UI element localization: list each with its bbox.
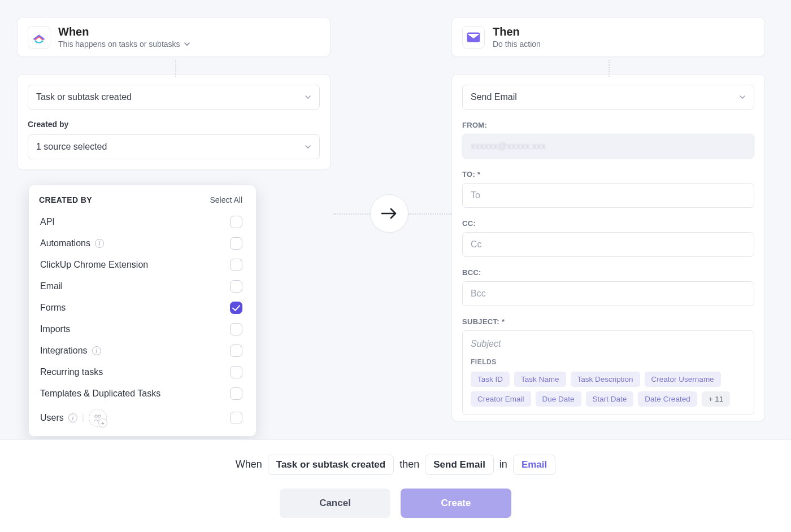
field-chip[interactable]: Due Date — [536, 391, 581, 407]
bcc-input[interactable]: Bcc — [462, 281, 754, 306]
summary-in: in — [499, 459, 507, 470]
when-subtitle-row[interactable]: This happens on tasks or subtasks — [58, 40, 190, 49]
arrow-circle — [370, 194, 408, 233]
then-title: Then — [493, 25, 541, 38]
when-subtitle: This happens on tasks or subtasks — [58, 40, 180, 49]
summary-location-token[interactable]: Email — [513, 455, 555, 475]
when-config-card: Task or subtask created Created by 1 sou… — [17, 74, 331, 170]
svg-point-2 — [95, 415, 97, 417]
subject-box[interactable]: Subject FIELDS Task IDTask NameTask Desc… — [462, 330, 754, 415]
chevron-down-icon — [739, 94, 746, 101]
created-by-option[interactable]: Forms — [39, 297, 253, 319]
option-checkbox[interactable] — [230, 345, 242, 357]
created-by-option[interactable]: API — [39, 211, 253, 233]
option-label: API — [40, 217, 55, 227]
summary-then: then — [399, 459, 419, 470]
add-users-icon[interactable] — [89, 409, 107, 427]
option-checkbox[interactable] — [230, 412, 242, 424]
field-chip[interactable]: Task ID — [471, 372, 510, 387]
select-all-button[interactable]: Select All — [210, 195, 242, 204]
created-by-option[interactable]: Automationsi — [39, 233, 253, 254]
field-chip[interactable]: Task Name — [514, 372, 566, 387]
field-chip[interactable]: Task Description — [571, 372, 640, 387]
cc-label: CC: — [462, 219, 754, 228]
field-chip[interactable]: Start Date — [586, 391, 634, 407]
to-label: TO: * — [462, 170, 754, 178]
created-by-option[interactable]: Integrationsi — [39, 340, 253, 361]
from-input[interactable]: xxxxxx@xxxxx.xxx — [462, 134, 754, 159]
option-label: Recurring tasks — [40, 367, 103, 377]
connector-line — [175, 60, 176, 77]
subject-placeholder: Subject — [471, 339, 746, 349]
connector-line — [609, 60, 610, 77]
cc-input[interactable]: Cc — [462, 232, 754, 257]
created-by-select-label: 1 source selected — [36, 142, 107, 152]
then-config-card: Send Email FROM: xxxxxx@xxxxx.xxx TO: * … — [451, 74, 765, 421]
option-checkbox[interactable] — [230, 387, 242, 400]
clickup-logo-icon — [28, 26, 50, 49]
summary-action-token[interactable]: Send Email — [425, 455, 494, 475]
created-by-option[interactable]: Email — [39, 276, 253, 297]
then-header: Then Do this action — [451, 17, 765, 57]
chevron-down-icon — [305, 94, 311, 101]
option-checkbox[interactable] — [230, 280, 242, 293]
cancel-button[interactable]: Cancel — [280, 489, 390, 518]
option-label: ClickUp Chrome Extension — [40, 260, 148, 270]
field-chip[interactable]: Creator Email — [471, 391, 531, 407]
trigger-select[interactable]: Task or subtask created — [28, 85, 320, 110]
created-by-select[interactable]: 1 source selected — [28, 134, 320, 159]
action-select-label: Send Email — [471, 92, 517, 102]
option-label: Templates & Duplicated Tasks — [40, 389, 160, 399]
subject-label: SUBJECT: * — [462, 317, 754, 326]
option-checkbox[interactable] — [230, 323, 242, 335]
created-by-option[interactable]: ClickUp Chrome Extension — [39, 254, 253, 276]
option-checkbox[interactable] — [230, 259, 242, 271]
option-label: Automationsi — [40, 238, 104, 248]
when-title: When — [58, 25, 190, 38]
summary-trigger-token[interactable]: Task or subtask created — [268, 455, 394, 475]
footer-bar: When Task or subtask created then Send E… — [0, 439, 791, 532]
created-by-option[interactable]: Imports — [39, 319, 253, 340]
chevron-down-icon — [184, 41, 190, 47]
created-by-option[interactable]: Usersi| — [39, 404, 253, 431]
fields-heading: FIELDS — [471, 358, 746, 366]
summary-when: When — [236, 459, 262, 470]
from-label: FROM: — [462, 121, 754, 129]
option-checkbox[interactable] — [230, 302, 242, 314]
info-icon: i — [68, 413, 77, 422]
option-checkbox[interactable] — [230, 216, 242, 228]
option-label: Integrationsi — [40, 346, 101, 356]
field-chip[interactable]: Creator Username — [645, 372, 721, 387]
email-icon — [462, 26, 485, 49]
chevron-down-icon — [305, 143, 311, 150]
then-subtitle: Do this action — [493, 40, 541, 49]
created-by-popover: CREATED BY Select All APIAutomationsiCli… — [28, 185, 257, 437]
option-label: Imports — [40, 324, 70, 334]
option-label: Forms — [40, 303, 66, 313]
created-by-option[interactable]: Templates & Duplicated Tasks — [39, 383, 253, 404]
connector-line — [408, 213, 451, 215]
field-chip[interactable]: Date Created — [638, 391, 697, 407]
to-input[interactable]: To — [462, 183, 754, 208]
info-icon: i — [95, 239, 104, 248]
option-checkbox[interactable] — [230, 237, 242, 250]
option-checkbox[interactable] — [230, 366, 242, 378]
trigger-select-label: Task or subtask created — [36, 92, 132, 102]
automation-summary: When Task or subtask created then Send E… — [236, 455, 555, 475]
option-label: Usersi| — [40, 409, 107, 427]
popover-title: CREATED BY — [39, 195, 92, 204]
field-chips: Task IDTask NameTask DescriptionCreator … — [471, 372, 746, 407]
action-select[interactable]: Send Email — [462, 85, 754, 110]
info-icon: i — [92, 346, 101, 355]
create-button[interactable]: Create — [401, 489, 511, 518]
arrow-right-icon — [380, 207, 399, 220]
bcc-label: BCC: — [462, 268, 754, 277]
created-by-label: Created by — [28, 120, 320, 129]
field-chip-more[interactable]: + 11 — [702, 391, 731, 407]
option-label: Email — [40, 281, 63, 291]
when-header: When This happens on tasks or subtasks — [17, 17, 331, 57]
connector-line — [333, 213, 370, 215]
svg-point-3 — [98, 415, 101, 417]
created-by-option[interactable]: Recurring tasks — [39, 361, 253, 383]
